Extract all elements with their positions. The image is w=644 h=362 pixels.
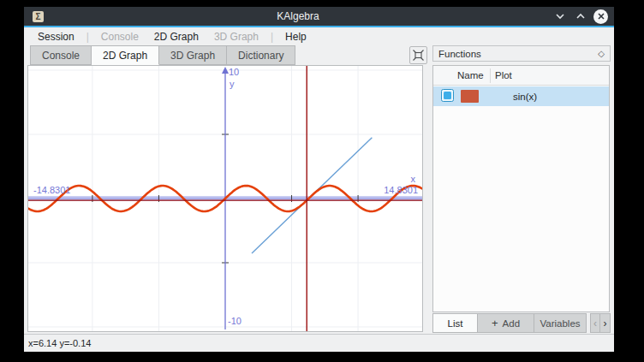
functions-bottom-tabbar: List + Add Variables ‹ › <box>432 313 611 333</box>
y-min-label: -10 <box>228 316 242 326</box>
menu-session[interactable]: Session <box>30 29 82 45</box>
menu-console: Console <box>93 29 146 45</box>
tab-add-label: Add <box>503 318 520 329</box>
function-color-swatch[interactable] <box>461 90 479 103</box>
titlebar[interactable]: Σ KAlgebra <box>24 7 614 26</box>
cursor-coordinates: x=6.14 y=-0.14 <box>28 338 91 348</box>
function-expression: sin(x) <box>513 92 537 102</box>
functions-table-header: Name Plot <box>433 66 609 86</box>
kalgebra-app-icon: Σ <box>33 11 44 22</box>
tab-variables[interactable]: Variables <box>534 313 587 333</box>
close-icon[interactable] <box>593 9 608 24</box>
menubar: Session | Console 2D Graph 3D Graph | He… <box>24 27 614 45</box>
functions-dock-title: Functions <box>438 49 598 59</box>
y-max-label: 10 <box>229 67 239 77</box>
column-header-name[interactable]: Name <box>433 70 490 80</box>
y-axis-label: y <box>230 79 235 89</box>
tab-dictionary[interactable]: Dictionary <box>227 45 295 65</box>
tab-add[interactable]: + Add <box>478 313 534 333</box>
tab-scroll-left-icon: ‹ <box>590 313 600 333</box>
menu-2d-graph[interactable]: 2D Graph <box>146 29 206 45</box>
maximize-icon[interactable] <box>573 9 587 24</box>
tab-scroll-right-icon[interactable]: › <box>600 313 611 333</box>
menu-separator: | <box>82 31 93 43</box>
plus-icon: + <box>492 317 498 329</box>
tab-2d-graph[interactable]: 2D Graph <box>92 45 159 65</box>
functions-dock-titlebar[interactable]: Functions ◇ <box>432 45 611 62</box>
x-max-label: 14.8301 <box>384 185 418 195</box>
function-row-sinx[interactable]: sin(x) <box>433 86 609 106</box>
tab-console[interactable]: Console <box>30 45 92 65</box>
statusbar: x=6.14 y=-0.14 <box>24 334 614 352</box>
x-axis-label: x <box>411 174 416 184</box>
tab-list[interactable]: List <box>432 313 478 333</box>
plot-svg[interactable] <box>28 66 422 331</box>
dock-float-icon[interactable]: ◇ <box>598 49 605 58</box>
tab-3d-graph[interactable]: 3D Graph <box>159 45 227 65</box>
functions-table: Name Plot sin(x) <box>432 65 610 312</box>
x-min-label: -14.8301 <box>33 185 70 195</box>
menu-help[interactable]: Help <box>277 29 314 45</box>
column-header-plot[interactable]: Plot <box>491 70 512 80</box>
fullscreen-icon <box>412 49 425 62</box>
plot-canvas[interactable]: 10 y -10 -14.8301 14.8301 x <box>27 65 423 332</box>
menu-3d-graph: 3D Graph <box>206 29 266 45</box>
app-window: Σ KAlgebra Session | Console 2D Graph 3D… <box>24 7 614 352</box>
minimize-icon[interactable] <box>552 9 567 24</box>
function-visible-checkbox[interactable] <box>441 89 454 104</box>
menu-separator: | <box>266 31 277 43</box>
window-title: KAlgebra <box>44 10 552 22</box>
fullscreen-button[interactable] <box>409 46 427 64</box>
